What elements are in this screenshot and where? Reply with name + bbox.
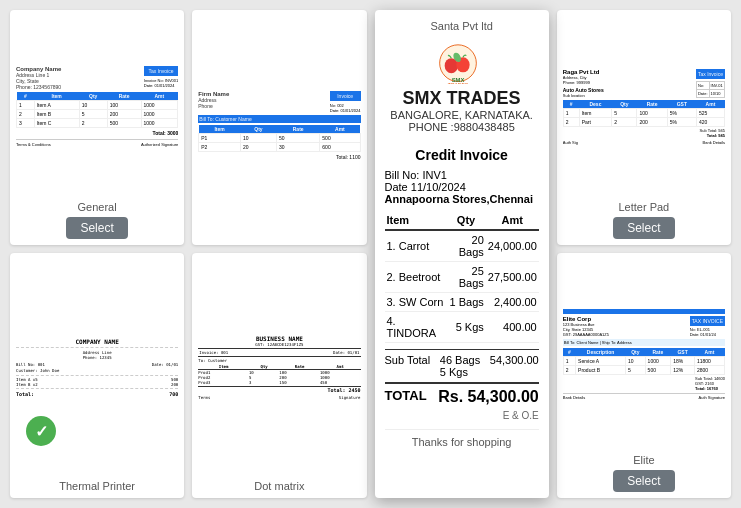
featured-header: SMX TRADES SMX TRADES BANGALORE, KARNATA… [385, 34, 539, 133]
featured-to: Annapoorna Stores,Chennai [385, 193, 539, 205]
table-row: 2. Beetroot 25 Bags 27,500.00 [385, 262, 539, 293]
card-general: Company Name Address Line 1 City, State … [10, 10, 184, 245]
table-row: 1. Carrot 20 Bags 24,000.00 [385, 230, 539, 262]
elite-label: Elite [633, 454, 654, 466]
total-label: TOTAL [385, 388, 427, 406]
featured-eoe: E & O.E [385, 410, 539, 421]
smx-logo-icon: SMX TRADES [433, 34, 483, 84]
checkmark-icon [26, 416, 56, 446]
item-qty: 1 Bags [446, 293, 486, 312]
letter-pad-select-button[interactable]: Select [613, 217, 674, 239]
c2-preview: Firm Name Address Phone Invoice No: 002 … [198, 16, 360, 235]
featured-phone: PHONE :9880438485 [385, 121, 539, 133]
svg-text:TRADES: TRADES [447, 82, 468, 84]
card-c2: Firm Name Address Phone Invoice No: 002 … [192, 10, 366, 245]
item-amt: 2,400.00 [486, 293, 539, 312]
card-letter-pad: Raga Pvt Ltd Address, City Phone: 999999… [557, 10, 731, 245]
general-select-button[interactable]: Select [66, 217, 127, 239]
letter-pad-preview: Raga Pvt Ltd Address, City Phone: 999999… [563, 16, 725, 197]
item-amt: 24,000.00 [486, 230, 539, 262]
subtotal-label: Sub Total [385, 354, 431, 378]
card-simple-featured: Santa Pvt ltd SMX TRADES [375, 10, 549, 498]
general-label: General [78, 201, 117, 213]
featured-bill-no: Bill No: INV1 [385, 169, 539, 181]
table-row: 4. TINDORA 5 Kgs 400.00 [385, 312, 539, 343]
item-qty: 5 Kgs [446, 312, 486, 343]
dot-matrix-preview: BUSINESS NAME GST: 12ABCDE1234F1Z5 Invoi… [198, 259, 360, 476]
item-qty: 20 Bags [446, 230, 486, 262]
featured-items-table: Item Qty Amt 1. Carrot 20 Bags 24,000.00… [385, 211, 539, 343]
item-amt: 27,500.00 [486, 262, 539, 293]
col-amt: Amt [486, 211, 539, 230]
subtotal-amt: 54,300.00 [490, 354, 539, 378]
santa-label: Santa Pvt ltd [385, 20, 539, 32]
item-name: 2. Beetroot [385, 262, 447, 293]
featured-bill-info: Bill No: INV1 Date 11/10/2024 Annapoorna… [385, 169, 539, 205]
item-amt: 400.00 [486, 312, 539, 343]
item-name: 1. Carrot [385, 230, 447, 262]
item-name: 3. SW Corn [385, 293, 447, 312]
elite-select-button[interactable]: Select [613, 470, 674, 492]
table-row: 3. SW Corn 1 Bags 2,400.00 [385, 293, 539, 312]
total-amount: Rs. 54,300.00 [438, 388, 539, 406]
featured-company: SMX TRADES [385, 88, 539, 109]
general-preview: Company Name Address Line 1 City, State … [16, 16, 178, 197]
item-qty: 25 Bags [446, 262, 486, 293]
col-qty: Qty [446, 211, 486, 230]
card-thermal: COMPANY NAME Address Line Phone: 12345 B… [10, 253, 184, 498]
letter-pad-label: Letter Pad [618, 201, 669, 213]
card-elite: Elite Corp 123 Business Ave City, State … [557, 253, 731, 498]
dot-matrix-label: Dot matrix [254, 480, 304, 492]
featured-city: BANGALORE, KARNATAKA. [385, 109, 539, 121]
featured-invoice-type: Credit Invoice [385, 147, 539, 163]
featured-thanks: Thanks for shopping [385, 429, 539, 448]
template-grid: Company Name Address Line 1 City, State … [0, 0, 741, 508]
item-name: 4. TINDORA [385, 312, 447, 343]
col-item: Item [385, 211, 447, 230]
thermal-label: Thermal Printer [59, 480, 135, 492]
elite-preview: Elite Corp 123 Business Ave City, State … [563, 259, 725, 450]
thermal-preview: COMPANY NAME Address Line Phone: 12345 B… [16, 259, 178, 476]
featured-date: Date 11/10/2024 [385, 181, 539, 193]
featured-subtotal: Sub Total 46 Bags5 Kgs 54,300.00 [385, 349, 539, 378]
card-dot-matrix: BUSINESS NAME GST: 12ABCDE1234F1Z5 Invoi… [192, 253, 366, 498]
featured-total: TOTAL Rs. 54,300.00 [385, 382, 539, 406]
subtotal-qty: 46 Bags5 Kgs [440, 354, 480, 378]
